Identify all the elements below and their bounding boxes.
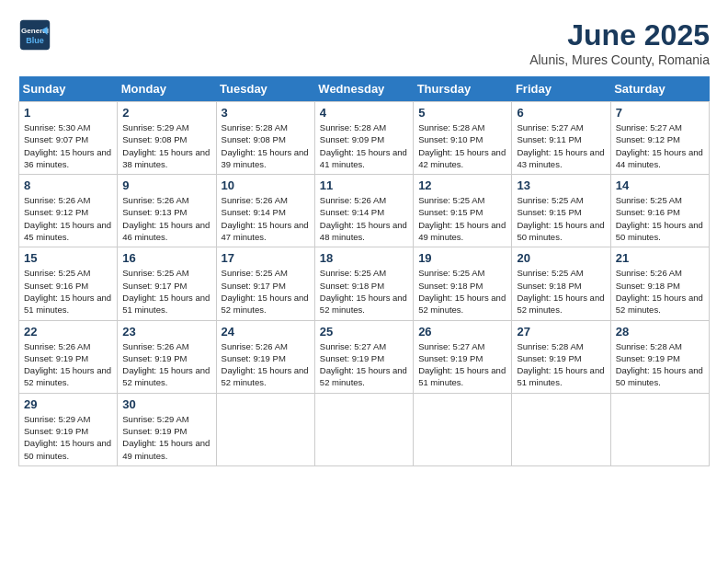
week-row-2: 8Sunrise: 5:26 AMSunset: 9:12 PMDaylight… xyxy=(19,175,710,247)
week-row-5: 29Sunrise: 5:29 AMSunset: 9:19 PMDayligh… xyxy=(19,393,710,465)
day-info: Sunrise: 5:25 AMSunset: 9:18 PMDaylight:… xyxy=(418,267,506,316)
day-cell-1: 1Sunrise: 5:30 AMSunset: 9:07 PMDaylight… xyxy=(19,102,118,175)
day-info: Sunrise: 5:28 AMSunset: 9:19 PMDaylight:… xyxy=(517,340,605,389)
day-info: Sunrise: 5:25 AMSunset: 9:15 PMDaylight:… xyxy=(418,194,506,243)
day-cell-4: 4Sunrise: 5:28 AMSunset: 9:09 PMDaylight… xyxy=(314,102,413,175)
day-number: 21 xyxy=(616,251,704,265)
day-info: Sunrise: 5:26 AMSunset: 9:14 PMDaylight:… xyxy=(222,194,310,243)
day-number: 12 xyxy=(418,178,506,192)
day-info: Sunrise: 5:25 AMSunset: 9:16 PMDaylight:… xyxy=(616,194,704,243)
day-info: Sunrise: 5:25 AMSunset: 9:18 PMDaylight:… xyxy=(320,267,408,316)
day-number: 28 xyxy=(616,325,704,339)
day-number: 15 xyxy=(24,251,112,265)
day-number: 1 xyxy=(24,106,112,120)
day-cell-7: 7Sunrise: 5:27 AMSunset: 9:12 PMDaylight… xyxy=(610,102,709,175)
calendar-title: June 2025 xyxy=(529,18,710,52)
svg-text:Blue: Blue xyxy=(26,36,44,45)
day-cell-12: 12Sunrise: 5:25 AMSunset: 9:15 PMDayligh… xyxy=(414,175,512,247)
header-cell-wednesday: Wednesday xyxy=(314,76,413,102)
day-info: Sunrise: 5:28 AMSunset: 9:09 PMDaylight:… xyxy=(320,121,408,170)
header-row: SundayMondayTuesdayWednesdayThursdayFrid… xyxy=(19,76,710,102)
day-cell-30: 30Sunrise: 5:29 AMSunset: 9:19 PMDayligh… xyxy=(118,393,216,465)
day-number: 9 xyxy=(122,178,210,192)
day-cell-24: 24Sunrise: 5:26 AMSunset: 9:19 PMDayligh… xyxy=(216,320,314,393)
day-cell-28: 28Sunrise: 5:28 AMSunset: 9:19 PMDayligh… xyxy=(610,320,709,393)
day-info: Sunrise: 5:26 AMSunset: 9:13 PMDaylight:… xyxy=(122,194,210,243)
header-cell-monday: Monday xyxy=(118,76,216,102)
day-number: 20 xyxy=(517,251,605,265)
day-number: 25 xyxy=(320,325,408,339)
day-number: 27 xyxy=(517,325,605,339)
day-cell-15: 15Sunrise: 5:25 AMSunset: 9:16 PMDayligh… xyxy=(19,247,118,320)
day-info: Sunrise: 5:25 AMSunset: 9:17 PMDaylight:… xyxy=(122,267,210,316)
header-cell-tuesday: Tuesday xyxy=(216,76,314,102)
title-area: June 2025 Alunis, Mures County, Romania xyxy=(529,18,710,67)
day-number: 11 xyxy=(320,178,408,192)
day-cell-17: 17Sunrise: 5:25 AMSunset: 9:17 PMDayligh… xyxy=(216,247,314,320)
day-info: Sunrise: 5:28 AMSunset: 9:19 PMDaylight:… xyxy=(616,340,704,389)
day-number: 26 xyxy=(418,325,506,339)
day-cell-20: 20Sunrise: 5:25 AMSunset: 9:18 PMDayligh… xyxy=(512,247,610,320)
day-info: Sunrise: 5:30 AMSunset: 9:07 PMDaylight:… xyxy=(24,121,112,170)
day-number: 23 xyxy=(122,325,210,339)
day-info: Sunrise: 5:25 AMSunset: 9:15 PMDaylight:… xyxy=(517,194,605,243)
day-info: Sunrise: 5:25 AMSunset: 9:18 PMDaylight:… xyxy=(517,267,605,316)
day-info: Sunrise: 5:26 AMSunset: 9:19 PMDaylight:… xyxy=(122,340,210,389)
day-cell-26: 26Sunrise: 5:27 AMSunset: 9:19 PMDayligh… xyxy=(414,320,512,393)
day-cell-21: 21Sunrise: 5:26 AMSunset: 9:18 PMDayligh… xyxy=(610,247,709,320)
day-number: 6 xyxy=(517,106,605,120)
day-number: 22 xyxy=(24,325,112,339)
day-number: 4 xyxy=(320,106,408,120)
day-number: 30 xyxy=(122,397,210,411)
day-info: Sunrise: 5:27 AMSunset: 9:19 PMDaylight:… xyxy=(320,340,408,389)
day-info: Sunrise: 5:29 AMSunset: 9:08 PMDaylight:… xyxy=(122,121,210,170)
day-info: Sunrise: 5:28 AMSunset: 9:08 PMDaylight:… xyxy=(222,121,310,170)
empty-cell xyxy=(610,393,709,465)
day-cell-29: 29Sunrise: 5:29 AMSunset: 9:19 PMDayligh… xyxy=(19,393,118,465)
calendar-table: SundayMondayTuesdayWednesdayThursdayFrid… xyxy=(18,76,710,466)
day-number: 16 xyxy=(122,251,210,265)
empty-cell xyxy=(414,393,512,465)
week-row-3: 15Sunrise: 5:25 AMSunset: 9:16 PMDayligh… xyxy=(19,247,710,320)
logo: General Blue xyxy=(18,18,51,52)
day-number: 2 xyxy=(122,106,210,120)
day-info: Sunrise: 5:25 AMSunset: 9:17 PMDaylight:… xyxy=(222,267,310,316)
day-info: Sunrise: 5:26 AMSunset: 9:14 PMDaylight:… xyxy=(320,194,408,243)
day-cell-13: 13Sunrise: 5:25 AMSunset: 9:15 PMDayligh… xyxy=(512,175,610,247)
day-info: Sunrise: 5:26 AMSunset: 9:19 PMDaylight:… xyxy=(24,340,112,389)
day-info: Sunrise: 5:27 AMSunset: 9:11 PMDaylight:… xyxy=(517,121,605,170)
day-cell-9: 9Sunrise: 5:26 AMSunset: 9:13 PMDaylight… xyxy=(118,175,216,247)
day-info: Sunrise: 5:27 AMSunset: 9:19 PMDaylight:… xyxy=(418,340,506,389)
header-cell-sunday: Sunday xyxy=(19,76,118,102)
day-cell-10: 10Sunrise: 5:26 AMSunset: 9:14 PMDayligh… xyxy=(216,175,314,247)
day-cell-11: 11Sunrise: 5:26 AMSunset: 9:14 PMDayligh… xyxy=(314,175,413,247)
day-cell-27: 27Sunrise: 5:28 AMSunset: 9:19 PMDayligh… xyxy=(512,320,610,393)
day-number: 18 xyxy=(320,251,408,265)
day-cell-19: 19Sunrise: 5:25 AMSunset: 9:18 PMDayligh… xyxy=(414,247,512,320)
day-info: Sunrise: 5:26 AMSunset: 9:12 PMDaylight:… xyxy=(24,194,112,243)
header-cell-saturday: Saturday xyxy=(610,76,709,102)
day-info: Sunrise: 5:26 AMSunset: 9:18 PMDaylight:… xyxy=(616,267,704,316)
day-number: 19 xyxy=(418,251,506,265)
day-info: Sunrise: 5:26 AMSunset: 9:19 PMDaylight:… xyxy=(222,340,310,389)
header-cell-friday: Friday xyxy=(512,76,610,102)
empty-cell xyxy=(314,393,413,465)
day-cell-16: 16Sunrise: 5:25 AMSunset: 9:17 PMDayligh… xyxy=(118,247,216,320)
day-cell-18: 18Sunrise: 5:25 AMSunset: 9:18 PMDayligh… xyxy=(314,247,413,320)
day-cell-23: 23Sunrise: 5:26 AMSunset: 9:19 PMDayligh… xyxy=(118,320,216,393)
day-number: 8 xyxy=(24,178,112,192)
calendar-subtitle: Alunis, Mures County, Romania xyxy=(529,52,710,67)
day-number: 29 xyxy=(24,397,112,411)
empty-cell xyxy=(216,393,314,465)
week-row-4: 22Sunrise: 5:26 AMSunset: 9:19 PMDayligh… xyxy=(19,320,710,393)
day-number: 13 xyxy=(517,178,605,192)
day-info: Sunrise: 5:27 AMSunset: 9:12 PMDaylight:… xyxy=(616,121,704,170)
day-number: 7 xyxy=(616,106,704,120)
day-cell-22: 22Sunrise: 5:26 AMSunset: 9:19 PMDayligh… xyxy=(19,320,118,393)
day-number: 14 xyxy=(616,178,704,192)
day-number: 10 xyxy=(222,178,310,192)
day-cell-3: 3Sunrise: 5:28 AMSunset: 9:08 PMDaylight… xyxy=(216,102,314,175)
day-cell-8: 8Sunrise: 5:26 AMSunset: 9:12 PMDaylight… xyxy=(19,175,118,247)
week-row-1: 1Sunrise: 5:30 AMSunset: 9:07 PMDaylight… xyxy=(19,102,710,175)
day-info: Sunrise: 5:25 AMSunset: 9:16 PMDaylight:… xyxy=(24,267,112,316)
